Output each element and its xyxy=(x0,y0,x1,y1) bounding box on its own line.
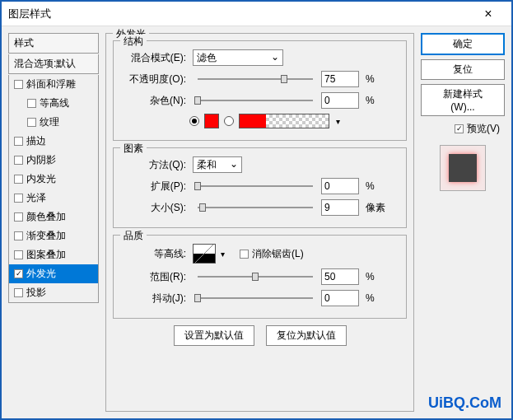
sidebar-checkbox-color-overlay[interactable] xyxy=(14,212,23,222)
sidebar-label: 外发光 xyxy=(26,267,56,281)
spread-label: 扩展(P): xyxy=(122,180,186,194)
noise-input[interactable]: 0 xyxy=(321,92,359,109)
sidebar-label: 渐变叠加 xyxy=(26,229,66,243)
sidebar-item-inner-shadow[interactable]: 内阴影 xyxy=(9,151,98,170)
size-slider[interactable] xyxy=(198,202,313,213)
solid-color-radio[interactable] xyxy=(189,116,199,126)
contour-dropdown-icon[interactable]: ▾ xyxy=(221,250,225,259)
size-label: 大小(S): xyxy=(122,201,186,215)
sidebar-checkbox-bevel[interactable] xyxy=(14,80,23,89)
jitter-label: 抖动(J): xyxy=(122,292,186,306)
sidebar-checkbox-inner-glow[interactable] xyxy=(14,175,23,184)
reset-default-button[interactable]: 复位为默认值 xyxy=(266,325,347,346)
antialias-label: 消除锯齿(L) xyxy=(252,247,304,261)
blend-mode-value: 滤色 xyxy=(197,51,217,65)
spread-unit: % xyxy=(366,180,375,192)
sidebar-item-drop-shadow[interactable]: 投影 xyxy=(9,283,98,302)
technique-select[interactable]: 柔和 xyxy=(193,156,242,173)
technique-label: 方法(Q): xyxy=(122,158,186,172)
make-default-button[interactable]: 设置为默认值 xyxy=(174,325,254,346)
spread-slider[interactable] xyxy=(198,180,313,192)
jitter-slider[interactable] xyxy=(198,292,313,304)
range-input[interactable]: 50 xyxy=(321,268,359,285)
elements-title: 图素 xyxy=(120,142,147,156)
sidebar-item-contour[interactable]: 等高线 xyxy=(9,94,98,113)
size-input[interactable]: 9 xyxy=(321,199,359,216)
gradient-dropdown-icon[interactable]: ▾ xyxy=(336,117,340,126)
sidebar-label: 内发光 xyxy=(26,172,56,186)
sidebar-item-color-overlay[interactable]: 颜色叠加 xyxy=(9,208,98,226)
opacity-label: 不透明度(O): xyxy=(122,72,186,86)
sidebar-item-gradient-overlay[interactable]: 渐变叠加 xyxy=(9,226,98,245)
noise-label: 杂色(N): xyxy=(122,94,186,108)
sidebar-item-texture[interactable]: 纹理 xyxy=(9,113,98,132)
sidebar-checkbox-stroke[interactable] xyxy=(14,137,23,146)
sidebar-label: 描边 xyxy=(26,134,46,148)
jitter-unit: % xyxy=(366,292,375,304)
contour-label: 等高线: xyxy=(122,247,186,261)
close-button[interactable]: × xyxy=(472,2,505,26)
blend-mode-select[interactable]: 滤色 xyxy=(193,49,283,66)
sidebar-label: 斜面和浮雕 xyxy=(26,77,76,91)
jitter-input[interactable]: 0 xyxy=(321,290,359,306)
sidebar-checkbox-gradient-overlay[interactable] xyxy=(14,231,23,240)
sidebar-item-pattern-overlay[interactable]: 图案叠加 xyxy=(9,245,98,264)
antialias-checkbox[interactable] xyxy=(240,250,249,259)
styles-header[interactable]: 样式 xyxy=(8,33,99,54)
opacity-slider[interactable] xyxy=(198,73,313,85)
sidebar-label: 光泽 xyxy=(26,191,46,205)
sidebar-item-stroke[interactable]: 描边 xyxy=(9,132,98,151)
opacity-input[interactable]: 75 xyxy=(321,71,359,87)
blend-mode-label: 混合模式(E): xyxy=(122,51,186,65)
noise-unit: % xyxy=(366,95,375,106)
technique-value: 柔和 xyxy=(197,158,217,172)
opacity-unit: % xyxy=(366,73,375,85)
sidebar-checkbox-drop-shadow[interactable] xyxy=(14,288,23,297)
quality-title: 品质 xyxy=(120,229,147,243)
range-unit: % xyxy=(366,271,375,282)
color-swatch[interactable] xyxy=(204,114,219,128)
styles-sidebar: 样式 混合选项:默认 斜面和浮雕等高线纹理描边内阴影内发光光泽颜色叠加渐变叠加图… xyxy=(8,33,99,412)
sidebar-checkbox-contour[interactable] xyxy=(27,99,36,108)
range-label: 范围(R): xyxy=(122,270,186,284)
sidebar-item-satin[interactable]: 光泽 xyxy=(9,189,98,208)
sidebar-item-outer-glow[interactable]: 外发光 xyxy=(9,264,98,283)
spread-input[interactable]: 0 xyxy=(321,178,359,194)
sidebar-checkbox-satin[interactable] xyxy=(14,194,23,203)
preview-box xyxy=(440,145,486,191)
sidebar-label: 纹理 xyxy=(40,115,59,129)
sidebar-checkbox-pattern-overlay[interactable] xyxy=(14,250,23,259)
sidebar-checkbox-inner-shadow[interactable] xyxy=(14,156,23,165)
sidebar-label: 颜色叠加 xyxy=(26,210,66,224)
sidebar-label: 等高线 xyxy=(40,96,69,110)
sidebar-item-inner-glow[interactable]: 内发光 xyxy=(9,170,98,189)
sidebar-label: 图案叠加 xyxy=(26,248,66,262)
sidebar-label: 内阴影 xyxy=(26,153,56,167)
cancel-button[interactable]: 复位 xyxy=(421,59,505,80)
size-unit: 像素 xyxy=(366,201,385,215)
preview-checkbox[interactable] xyxy=(455,124,464,133)
sidebar-label: 投影 xyxy=(26,286,46,300)
gradient-picker[interactable] xyxy=(239,114,329,128)
blend-options-header[interactable]: 混合选项:默认 xyxy=(8,54,99,74)
preview-label: 预览(V) xyxy=(467,122,500,136)
sidebar-checkbox-outer-glow[interactable] xyxy=(14,269,23,278)
range-slider[interactable] xyxy=(198,271,313,282)
watermark: UiBQ.CoM xyxy=(428,394,501,412)
sidebar-item-bevel[interactable]: 斜面和浮雕 xyxy=(9,75,98,94)
contour-picker[interactable] xyxy=(193,244,216,264)
window-title: 图层样式 xyxy=(8,7,51,21)
noise-slider[interactable] xyxy=(198,95,313,106)
new-style-button[interactable]: 新建样式(W)... xyxy=(421,84,505,116)
ok-button[interactable]: 确定 xyxy=(421,33,505,55)
gradient-radio[interactable] xyxy=(224,116,234,126)
structure-title: 结构 xyxy=(120,35,147,49)
sidebar-checkbox-texture[interactable] xyxy=(27,118,36,127)
